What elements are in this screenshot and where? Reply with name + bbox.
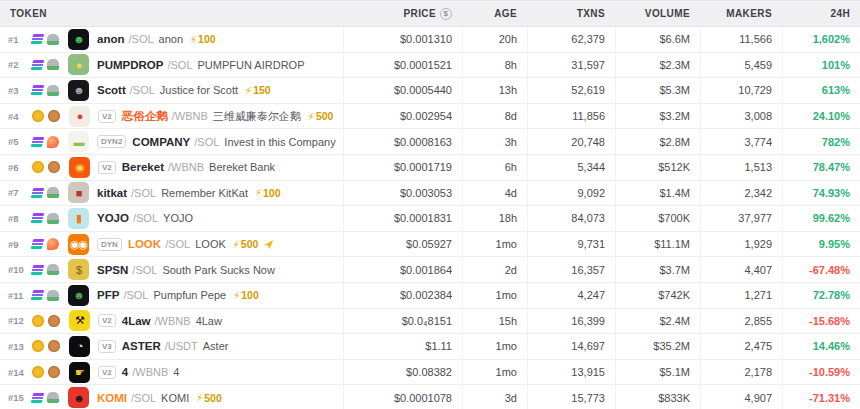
txns-cell: 16,399: [527, 309, 615, 334]
price-cell: $0.0001078: [343, 385, 462, 409]
avatar-glyph: ☻: [73, 33, 84, 45]
lightning-boost-icon: ⚡: [245, 85, 252, 96]
table-row[interactable]: #1 ☻ anon /SOL anon ⚡100 $0.001310 20h 6…: [0, 27, 860, 53]
boost-badge[interactable]: ⚡500: [233, 238, 259, 250]
header-age[interactable]: AGE: [462, 1, 527, 26]
table-row[interactable]: #5 ▬ DYN2 COMPANY /SOL Invest in this Co…: [0, 129, 860, 155]
dex-icon: [47, 34, 59, 45]
table-row[interactable]: #13 ◔ V3 ASTER /USDT Aster $1.11 1mo 14,…: [0, 334, 860, 360]
volume-cell: $1.4M: [615, 181, 700, 206]
avatar-glyph: $: [76, 264, 81, 276]
age-cell: 1mo: [462, 334, 527, 359]
change-cell: -71.31%: [782, 385, 860, 409]
token-cell[interactable]: #14 ☛ V2 4 /WBNB 4: [0, 360, 343, 385]
age-cell: 3d: [462, 385, 527, 409]
volume-cell: $2.3M: [615, 53, 700, 78]
table-row[interactable]: #11 ☻ PFP /SOL Pumpfun Pepe ⚡100 $0.0023…: [0, 283, 860, 309]
quote-token: /SOL: [133, 212, 158, 224]
table-row[interactable]: #4 ● V2 恶俗企鹅 /WBNB 三维威廉泰尔企鹅 ⚡500 $0.0029…: [0, 104, 860, 130]
quote-token: /SOL: [165, 238, 190, 250]
usd-currency-icon[interactable]: $: [440, 8, 452, 20]
boost-amount: 500: [241, 238, 259, 250]
token-cell[interactable]: #3 ☻ Scott /SOL Justice for Scott ⚡150: [0, 78, 343, 103]
makers-cell: 2,342: [700, 181, 782, 206]
age-cell: 2d: [462, 257, 527, 282]
boost-amount: 100: [241, 289, 259, 301]
boost-amount: 150: [253, 84, 271, 96]
quote-token: /SOL: [131, 187, 156, 199]
dex-icon: [48, 110, 60, 122]
token-description: Aster: [203, 340, 229, 352]
txns-cell: 5,344: [527, 155, 615, 180]
boost-badge[interactable]: ⚡150: [245, 84, 271, 96]
makers-cell: 37,977: [700, 206, 782, 231]
token-cell[interactable]: #13 ◔ V3 ASTER /USDT Aster: [0, 334, 343, 359]
quote-token: /SOL: [130, 84, 155, 96]
table-row[interactable]: #9 ◉◉ DYN LOOK /SOL LOOK ⚡500 $0.05927 1…: [0, 232, 860, 258]
makers-cell: 5,459: [700, 53, 782, 78]
change-cell: -15.68%: [782, 309, 860, 334]
header-price[interactable]: PRICE $: [343, 1, 462, 26]
volume-cell: $5.1M: [615, 360, 700, 385]
token-cell[interactable]: #12 ⚒ V2 4Law /WBNB 4Law: [0, 309, 343, 334]
token-cell[interactable]: #5 ▬ DYN2 COMPANY /SOL Invest in this Co…: [0, 129, 343, 154]
header-makers[interactable]: MAKERS: [700, 1, 782, 26]
pair-version-badge: V2: [98, 110, 116, 123]
table-row[interactable]: #12 ⚒ V2 4Law /WBNB 4Law $0.0₄8151 15h 1…: [0, 309, 860, 335]
token-avatar: ☻: [68, 285, 89, 306]
chain-dex-icons: [32, 238, 59, 250]
table-row[interactable]: #14 ☛ V2 4 /WBNB 4 $0.08382 1mo 13,915 $…: [0, 360, 860, 386]
token-cell[interactable]: #11 ☻ PFP /SOL Pumpfun Pepe ⚡100: [0, 283, 343, 308]
makers-cell: 2,475: [700, 334, 782, 359]
token-description: Justice for Scott: [160, 84, 238, 96]
token-cell[interactable]: #2 ● PUMPDROP /SOL PUMPFUN AIRDROP: [0, 53, 343, 78]
chain-icon: [31, 239, 44, 249]
token-cell[interactable]: #10 $ SPSN /SOL South Park Sucks Now: [0, 257, 343, 282]
age-cell: 3h: [462, 129, 527, 154]
dex-icon: [47, 59, 59, 70]
token-cell[interactable]: #15 ☻ KOMI /SOL KOMI ⚡500: [0, 385, 343, 409]
token-cell[interactable]: #6 ◉ V2 Bereket /WBNB Bereket Bank: [0, 155, 343, 180]
token-description: Remember KitKat: [161, 187, 248, 199]
table-row[interactable]: #10 $ SPSN /SOL South Park Sucks Now $0.…: [0, 257, 860, 283]
token-cell[interactable]: #1 ☻ anon /SOL anon ⚡100: [0, 27, 343, 52]
table-row[interactable]: #3 ☻ Scott /SOL Justice for Scott ⚡150 $…: [0, 78, 860, 104]
token-name: PUMPDROP: [97, 59, 163, 71]
table-row[interactable]: #15 ☻ KOMI /SOL KOMI ⚡500 $0.0001078 3d …: [0, 385, 860, 409]
header-txns[interactable]: TXNS: [527, 1, 615, 26]
chain-icon: [31, 188, 44, 198]
boost-badge[interactable]: ⚡100: [233, 289, 259, 301]
boost-badge[interactable]: ⚡500: [308, 110, 334, 122]
chain-icon: [31, 265, 44, 275]
table-row[interactable]: #8 ▮ YOJO /SOL YOJO $0.0001831 18h 84,07…: [0, 206, 860, 232]
token-cell[interactable]: #7 ■ kitkat /SOL Remember KitKat ⚡100: [0, 181, 343, 206]
volume-cell: $2.8M: [615, 129, 700, 154]
header-24h-change[interactable]: 24H: [782, 1, 860, 26]
boost-badge[interactable]: ⚡100: [190, 33, 216, 45]
token-avatar: ▮: [68, 208, 89, 229]
quote-token: /SOL: [123, 289, 148, 301]
token-cell[interactable]: #8 ▮ YOJO /SOL YOJO: [0, 206, 343, 231]
txns-cell: 15,773: [527, 385, 615, 409]
quote-token: /WBNB: [168, 161, 204, 173]
table-row[interactable]: #2 ● PUMPDROP /SOL PUMPFUN AIRDROP $0.00…: [0, 53, 860, 79]
header-volume[interactable]: VOLUME: [615, 1, 700, 26]
quote-token: /SOL: [194, 136, 219, 148]
header-token[interactable]: TOKEN: [0, 1, 343, 26]
change-cell: 14.46%: [782, 334, 860, 359]
change-cell: 1,602%: [782, 27, 860, 52]
rank-label: #9: [8, 239, 32, 250]
rank-label: #12: [8, 315, 32, 326]
quote-token: /WBNB: [132, 366, 168, 378]
age-cell: 13h: [462, 78, 527, 103]
boost-badge[interactable]: ⚡100: [255, 187, 281, 199]
table-row[interactable]: #6 ◉ V2 Bereket /WBNB Bereket Bank $0.00…: [0, 155, 860, 181]
price-cell: $0.0001831: [343, 206, 462, 231]
volume-cell: $11.1M: [615, 232, 700, 257]
table-row[interactable]: #7 ■ kitkat /SOL Remember KitKat ⚡100 $0…: [0, 181, 860, 207]
token-cell[interactable]: #9 ◉◉ DYN LOOK /SOL LOOK ⚡500: [0, 232, 343, 257]
dex-icon: [47, 392, 59, 403]
token-cell[interactable]: #4 ● V2 恶俗企鹅 /WBNB 三维威廉泰尔企鹅 ⚡500: [0, 104, 343, 129]
chain-dex-icons: [32, 161, 60, 173]
boost-badge[interactable]: ⚡500: [196, 392, 222, 404]
